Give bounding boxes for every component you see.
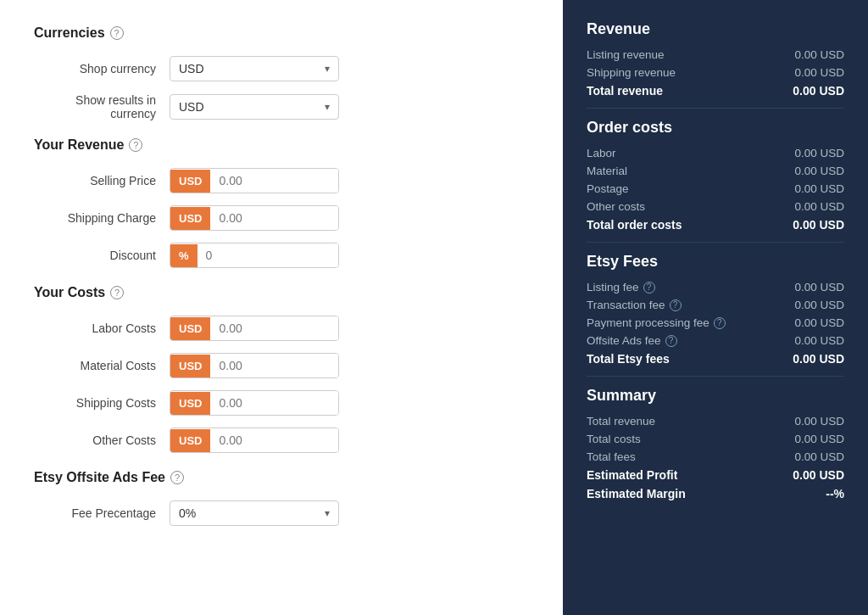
transaction-fee-label: Transaction fee ? [587, 299, 682, 311]
postage-label: Postage [587, 182, 629, 195]
material-costs-label: Material Costs [34, 359, 170, 372]
offsite-ads-label: Offsite Ads fee ? [587, 334, 677, 347]
material-costs-row: Material Costs USD [34, 353, 529, 378]
total-order-costs-label: Total order costs [587, 218, 682, 232]
currencies-section-title: Currencies ? [34, 25, 529, 41]
shop-currency-label: Shop currency [34, 62, 170, 75]
discount-badge: % [170, 244, 198, 267]
show-results-select[interactable]: USD EUR GBP [170, 95, 338, 119]
left-panel: Currencies ? Shop currency USD EUR GBP ▾… [0, 0, 563, 615]
etsy-offsite-help-icon[interactable]: ? [170, 471, 184, 484]
your-revenue-help-icon[interactable]: ? [129, 138, 142, 152]
shipping-costs-badge: USD [170, 392, 210, 415]
listing-fee-value: 0.00 USD [794, 281, 844, 294]
discount-input-group: % [170, 243, 339, 268]
your-costs-help-icon[interactable]: ? [110, 286, 124, 299]
labor-costs-row: Labor Costs USD [34, 316, 529, 341]
summary-total-revenue-row: Total revenue 0.00 USD [587, 415, 844, 428]
transaction-fee-help-icon[interactable]: ? [670, 299, 682, 311]
currencies-help-icon[interactable]: ? [110, 26, 124, 40]
etsy-offsite-section-title: Etsy Offsite Ads Fee ? [34, 470, 529, 485]
transaction-fee-value: 0.00 USD [794, 299, 844, 311]
total-revenue-value: 0.00 USD [793, 84, 844, 98]
shipping-revenue-row: Shipping revenue 0.00 USD [587, 66, 844, 79]
shipping-revenue-label: Shipping revenue [587, 66, 676, 79]
labor-row: Labor 0.00 USD [587, 147, 844, 159]
material-value: 0.00 USD [794, 165, 844, 177]
show-results-select-group: USD EUR GBP ▾ [170, 94, 339, 120]
material-costs-badge: USD [170, 355, 210, 377]
postage-row: Postage 0.00 USD [587, 182, 844, 195]
shipping-costs-input[interactable] [210, 391, 338, 415]
other-costs-badge: USD [170, 429, 210, 452]
summary-total-fees-label: Total fees [587, 450, 636, 463]
divider-3 [587, 376, 844, 377]
offsite-ads-help-icon[interactable]: ? [665, 335, 677, 347]
total-etsy-fees-row: Total Etsy fees 0.00 USD [587, 352, 844, 366]
shipping-charge-input[interactable] [210, 206, 338, 230]
listing-revenue-value: 0.00 USD [794, 48, 844, 61]
order-costs-section-title: Order costs [587, 119, 844, 137]
total-etsy-fees-label: Total Etsy fees [587, 352, 670, 366]
selling-price-badge: USD [170, 170, 210, 193]
listing-fee-row: Listing fee ? 0.00 USD [587, 281, 844, 294]
summary-total-costs-row: Total costs 0.00 USD [587, 433, 844, 445]
show-results-row: Show results in currency USD EUR GBP ▾ [34, 93, 529, 120]
revenue-section-title: Revenue [587, 20, 844, 38]
estimated-profit-label: Estimated Profit [587, 468, 677, 482]
payment-processing-value: 0.00 USD [794, 316, 844, 329]
your-revenue-title-text: Your Revenue [34, 137, 124, 153]
other-costs-input[interactable] [210, 428, 338, 452]
divider-2 [587, 242, 844, 243]
listing-fee-label: Listing fee ? [587, 281, 655, 294]
labor-costs-input-group: USD [170, 316, 339, 341]
selling-price-input-group: USD [170, 168, 339, 193]
shipping-charge-badge: USD [170, 207, 210, 230]
summary-total-revenue-value: 0.00 USD [794, 415, 844, 428]
shop-currency-select-group: USD EUR GBP ▾ [170, 56, 339, 81]
summary-total-revenue-label: Total revenue [587, 415, 655, 428]
shipping-charge-label: Shipping Charge [34, 211, 170, 225]
material-label: Material [587, 165, 627, 177]
show-results-label: Show results in currency [34, 93, 170, 120]
labor-costs-label: Labor Costs [34, 321, 170, 335]
right-panel: Revenue Listing revenue 0.00 USD Shippin… [563, 0, 868, 615]
summary-section-title: Summary [587, 387, 844, 405]
summary-total-costs-value: 0.00 USD [794, 433, 844, 445]
payment-processing-label: Payment processing fee ? [587, 316, 726, 329]
shipping-costs-label: Shipping Costs [34, 396, 170, 410]
other-costs-input-group: USD [170, 428, 339, 453]
your-revenue-section-title: Your Revenue ? [34, 137, 529, 153]
transaction-fee-row: Transaction fee ? 0.00 USD [587, 299, 844, 311]
listing-fee-help-icon[interactable]: ? [643, 282, 655, 294]
other-costs-label: Other Costs [34, 433, 170, 447]
selling-price-input[interactable] [210, 169, 338, 193]
other-costs-right-label: Other costs [587, 200, 645, 213]
total-order-costs-value: 0.00 USD [793, 218, 844, 232]
fee-percentage-select-group: 0% 12% 15% ▾ [170, 500, 339, 526]
shipping-costs-input-group: USD [170, 390, 339, 416]
selling-price-row: Selling Price USD [34, 168, 529, 193]
fee-percentage-label: Fee Precentage [34, 506, 170, 520]
total-etsy-fees-value: 0.00 USD [793, 352, 844, 366]
labor-value: 0.00 USD [794, 147, 844, 159]
other-costs-right-value: 0.00 USD [794, 200, 844, 213]
etsy-fees-section-title: Etsy Fees [587, 253, 844, 271]
fee-percentage-select[interactable]: 0% 12% 15% [170, 501, 338, 525]
shop-currency-select[interactable]: USD EUR GBP [170, 57, 338, 81]
payment-processing-row: Payment processing fee ? 0.00 USD [587, 316, 844, 329]
material-costs-input[interactable] [210, 354, 338, 377]
listing-revenue-row: Listing revenue 0.00 USD [587, 48, 844, 61]
payment-processing-help-icon[interactable]: ? [714, 317, 726, 329]
listing-revenue-label: Listing revenue [587, 48, 665, 61]
discount-row: Discount % [34, 243, 529, 268]
summary-total-costs-label: Total costs [587, 433, 641, 445]
labor-costs-badge: USD [170, 317, 210, 340]
shipping-costs-row: Shipping Costs USD [34, 390, 529, 416]
estimated-margin-label: Estimated Margin [587, 487, 686, 500]
labor-costs-input[interactable] [210, 316, 338, 340]
discount-input[interactable] [198, 243, 338, 267]
etsy-offsite-title-text: Etsy Offsite Ads Fee [34, 470, 165, 485]
total-revenue-label: Total revenue [587, 84, 663, 98]
estimated-margin-row: Estimated Margin --% [587, 487, 844, 500]
